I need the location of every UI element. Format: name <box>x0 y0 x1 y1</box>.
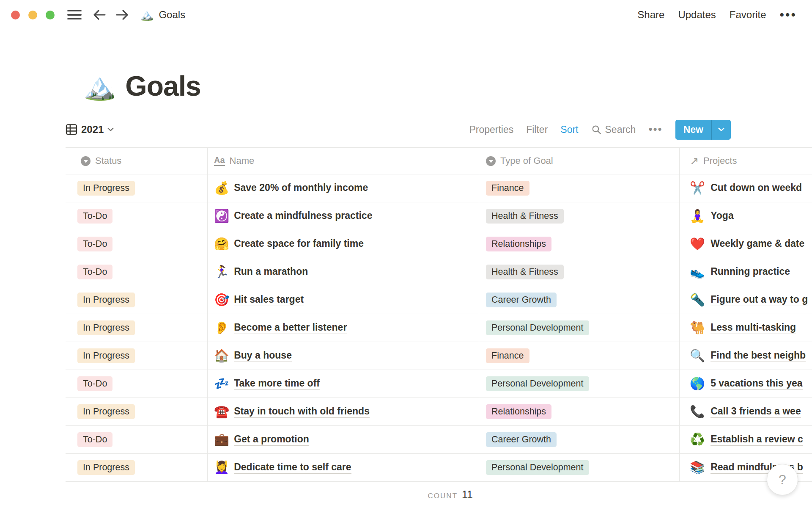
status-badge[interactable]: In Progress <box>77 293 135 307</box>
project-emoji-icon: 📚 <box>690 461 705 474</box>
column-header-name[interactable]: Aa Name <box>207 148 479 174</box>
project-emoji-icon: 📞 <box>690 406 705 418</box>
status-badge[interactable]: To-Do <box>77 376 112 391</box>
status-badge[interactable]: To-Do <box>77 209 112 224</box>
type-badge[interactable]: Relationships <box>486 404 551 419</box>
table-row: To-Do 💤Take more time off Personal Devel… <box>66 370 812 398</box>
goal-name-link[interactable]: Get a promotion <box>234 433 309 446</box>
filter-button[interactable]: Filter <box>526 124 548 135</box>
project-link[interactable]: Figure out a way to g <box>710 294 808 306</box>
favorite-button[interactable]: Favorite <box>730 9 766 21</box>
back-arrow-icon[interactable] <box>93 9 106 21</box>
status-cell: To-Do <box>66 202 207 230</box>
sort-button[interactable]: Sort <box>560 124 578 135</box>
column-header-status[interactable]: Status <box>66 148 207 174</box>
share-button[interactable]: Share <box>637 9 664 21</box>
project-link[interactable]: Find the best neighb <box>710 350 806 362</box>
column-label: Status <box>95 155 121 166</box>
type-badge[interactable]: Personal Development <box>486 376 589 391</box>
sidebar-menu-icon[interactable] <box>67 10 82 19</box>
type-badge[interactable]: Personal Development <box>486 460 589 475</box>
count-label: COUNT <box>428 492 458 500</box>
projects-cell: 🔦Figure out a way to g <box>679 286 812 314</box>
projects-cell: ❤️Weekly game & date <box>679 230 812 258</box>
goal-name-link[interactable]: Save 20% of monthly income <box>234 182 368 194</box>
page-title[interactable]: Goals <box>125 72 200 101</box>
status-cell: In Progress <box>66 454 207 481</box>
search-label: Search <box>605 124 636 135</box>
type-badge[interactable]: Personal Development <box>486 320 589 335</box>
view-options-icon[interactable]: ••• <box>648 126 662 133</box>
type-badge[interactable]: Relationships <box>486 237 551 251</box>
status-badge[interactable]: To-Do <box>77 265 112 279</box>
goal-emoji-icon: 💆‍♀️ <box>214 461 229 474</box>
breadcrumb[interactable]: 🏔️ Goals <box>140 9 185 21</box>
table-row: To-Do 🤗Create space for family time Rela… <box>66 230 812 258</box>
goal-name-link[interactable]: Take more time off <box>234 378 320 390</box>
projects-cell: 🧘‍♀️Yoga <box>679 202 812 230</box>
page-mountain-icon[interactable]: 🏔️ <box>83 72 116 101</box>
column-header-projects[interactable]: ↗ Projects <box>679 148 812 174</box>
status-badge[interactable]: In Progress <box>77 320 135 335</box>
table-footer: COUNT 11 <box>66 489 812 501</box>
project-link[interactable]: Running practice <box>710 266 790 278</box>
name-cell: 🎯Hit sales target <box>207 286 479 314</box>
table-row: To-Do 🏃‍♀️Run a marathon Health & Fitnes… <box>66 258 812 286</box>
project-link[interactable]: Less multi-tasking <box>710 322 796 334</box>
status-badge[interactable]: In Progress <box>77 181 135 196</box>
properties-button[interactable]: Properties <box>469 124 513 135</box>
relation-property-icon: ↗ <box>690 156 699 166</box>
minimize-window-button[interactable] <box>28 11 37 19</box>
close-window-button[interactable] <box>11 11 20 19</box>
project-link[interactable]: Yoga <box>710 210 734 222</box>
status-badge[interactable]: To-Do <box>77 432 112 447</box>
goal-name-link[interactable]: Become a better listener <box>234 322 347 334</box>
project-link[interactable]: 5 vacations this yea <box>710 378 802 390</box>
goal-name-link[interactable]: Create a mindfulness practice <box>234 210 372 222</box>
type-badge[interactable]: Finance <box>486 181 529 196</box>
project-link[interactable]: Cut down on weekd <box>710 182 802 194</box>
view-tab-2021[interactable]: 2021 <box>66 124 114 135</box>
goal-name-link[interactable]: Dedicate time to self care <box>234 461 351 474</box>
count-calculation[interactable]: COUNT 11 <box>428 489 479 501</box>
updates-button[interactable]: Updates <box>678 9 716 21</box>
select-property-icon <box>486 156 496 166</box>
type-badge[interactable]: Health & Fitness <box>486 209 564 224</box>
new-button[interactable]: New <box>675 120 711 140</box>
status-cell: To-Do <box>66 426 207 453</box>
new-dropdown-button[interactable] <box>711 120 731 140</box>
status-badge[interactable]: In Progress <box>77 404 135 419</box>
goal-name-link[interactable]: Stay in touch with old friends <box>234 406 370 418</box>
status-badge[interactable]: To-Do <box>77 237 112 251</box>
project-emoji-icon: 🔦 <box>690 294 705 306</box>
more-options-icon[interactable]: ••• <box>779 11 797 19</box>
goal-name-link[interactable]: Run a marathon <box>234 266 308 278</box>
project-link[interactable]: Establish a review c <box>710 433 803 446</box>
project-link[interactable]: Call 3 friends a wee <box>710 406 801 418</box>
project-link[interactable]: Weekly game & date <box>710 238 804 250</box>
goal-name-link[interactable]: Create space for family time <box>234 238 364 250</box>
type-cell: Personal Development <box>479 454 679 481</box>
projects-cell: ♻️Establish a review c <box>679 426 812 453</box>
goal-emoji-icon: 🎯 <box>214 294 229 306</box>
status-badge[interactable]: In Progress <box>77 348 135 363</box>
window-title-bar: 🏔️ Goals Share Updates Favorite ••• <box>0 0 812 30</box>
goal-emoji-icon: 🏃‍♀️ <box>214 266 229 278</box>
project-emoji-icon: 👟 <box>690 266 705 278</box>
status-cell: In Progress <box>66 314 207 342</box>
column-header-type-of-goal[interactable]: Type of Goal <box>479 148 679 174</box>
select-property-icon <box>81 156 91 166</box>
type-badge[interactable]: Finance <box>486 348 529 363</box>
goal-name-link[interactable]: Hit sales target <box>234 294 304 306</box>
type-badge[interactable]: Career Growth <box>486 432 557 447</box>
type-badge[interactable]: Career Growth <box>486 293 557 307</box>
type-badge[interactable]: Health & Fitness <box>486 265 564 279</box>
forward-arrow-icon[interactable] <box>115 9 129 21</box>
zoom-window-button[interactable] <box>46 11 55 19</box>
help-button[interactable]: ? <box>767 464 798 495</box>
status-badge[interactable]: In Progress <box>77 460 135 475</box>
search-button[interactable]: Search <box>591 124 636 135</box>
type-cell: Health & Fitness <box>479 202 679 230</box>
goal-name-link[interactable]: Buy a house <box>234 350 292 362</box>
project-emoji-icon: ✂️ <box>690 182 705 194</box>
